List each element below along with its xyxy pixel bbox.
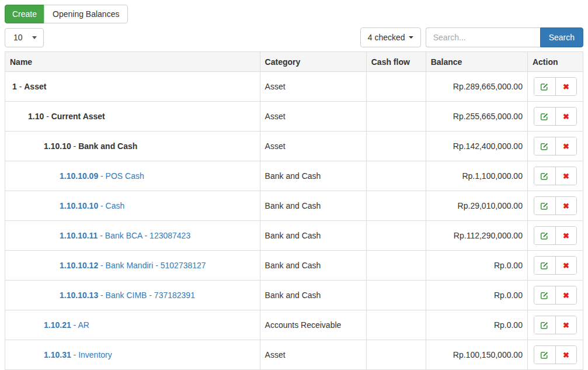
balance-cell: Rp.112,290,000.00 xyxy=(426,221,527,251)
category-cell: Bank and Cash xyxy=(260,161,366,191)
edit-button[interactable] xyxy=(534,227,555,244)
delete-button[interactable]: ✖ xyxy=(555,227,576,244)
balance-cell: Rp.0.00 xyxy=(426,310,527,340)
cash-flow-cell xyxy=(366,251,426,281)
account-code: 1.10.10.10 xyxy=(60,201,98,210)
balance-cell: Rp.1,100,000.00 xyxy=(426,161,527,191)
columns-checked-dropdown[interactable]: 4 checked xyxy=(360,27,421,47)
pencil-square-icon xyxy=(540,231,549,240)
pencil-square-icon xyxy=(540,321,549,330)
search-input[interactable] xyxy=(426,27,540,47)
x-icon: ✖ xyxy=(563,321,569,329)
category-cell: Bank and Cash xyxy=(260,221,366,251)
edit-button[interactable] xyxy=(534,257,555,274)
x-icon: ✖ xyxy=(563,172,569,180)
action-button-group: ✖ xyxy=(534,226,577,245)
accounts-table: Name Category Cash flow Balance Action 1… xyxy=(5,51,583,370)
table-row: 1.10.10 - Bank and CashAssetRp.142,400,0… xyxy=(5,132,583,161)
table-row: 1.10.10.11 - Bank BCA - 123087423Bank an… xyxy=(5,221,583,251)
action-cell: ✖ xyxy=(527,191,583,221)
account-link[interactable]: 1.10.10.10 - Cash xyxy=(60,201,124,210)
account-link[interactable]: 1.10.31 - Inventory xyxy=(44,350,112,359)
pencil-square-icon xyxy=(540,261,549,270)
page-size-select[interactable]: 10 xyxy=(5,28,44,47)
x-icon: ✖ xyxy=(563,143,569,150)
category-cell: Asset xyxy=(260,132,366,161)
edit-button[interactable] xyxy=(534,137,555,155)
account-name: Bank and Cash xyxy=(78,141,137,151)
delete-button[interactable]: ✖ xyxy=(555,257,576,274)
search-controls: 4 checked Search xyxy=(360,27,583,47)
edit-button[interactable] xyxy=(534,197,555,215)
table-row: 1.10.10.10 - CashBank and CashRp.29,010,… xyxy=(5,191,583,221)
action-cell: ✖ xyxy=(527,221,583,251)
account-name-cell: 1.10.10.11 - Bank BCA - 123087423 xyxy=(5,221,260,251)
account-link[interactable]: 1.10.10.09 - POS Cash xyxy=(60,171,144,181)
delete-button[interactable]: ✖ xyxy=(555,316,576,334)
create-button[interactable]: Create xyxy=(5,5,44,23)
action-button-group: ✖ xyxy=(534,316,577,334)
cash-flow-cell xyxy=(366,310,426,340)
account-code: 1.10.10.11 xyxy=(60,231,98,240)
account-code: 1.10.10.09 xyxy=(60,171,98,181)
account-name-cell: 1.10.10.09 - POS Cash xyxy=(5,161,260,191)
account-link[interactable]: 1.10.10.13 - Bank CIMB - 737182391 xyxy=(60,291,195,300)
account-name: Asset xyxy=(24,82,46,91)
pencil-square-icon xyxy=(540,202,549,210)
action-button-group: ✖ xyxy=(534,286,577,305)
action-cell: ✖ xyxy=(527,310,583,340)
account-link[interactable]: 1.10.21 - AR xyxy=(44,320,89,330)
cash-flow-cell xyxy=(366,102,426,132)
edit-button[interactable] xyxy=(534,78,555,95)
table-header-row: Name Category Cash flow Balance Action xyxy=(5,52,583,72)
balance-cell: Rp.100,150,000.00 xyxy=(426,340,527,370)
delete-button[interactable]: ✖ xyxy=(555,346,576,364)
x-icon: ✖ xyxy=(563,232,569,240)
category-cell: Asset xyxy=(260,102,366,132)
edit-button[interactable] xyxy=(534,346,555,364)
pencil-square-icon xyxy=(540,291,549,300)
edit-button[interactable] xyxy=(534,108,555,125)
edit-button[interactable] xyxy=(534,167,555,185)
category-cell: Accounts Receivable xyxy=(260,310,366,340)
delete-button[interactable]: ✖ xyxy=(555,167,576,185)
x-icon: ✖ xyxy=(563,83,569,91)
action-cell: ✖ xyxy=(527,251,583,281)
table-row: 1.10.10.13 - Bank CIMB - 737182391Bank a… xyxy=(5,281,583,310)
delete-button[interactable]: ✖ xyxy=(555,286,576,304)
account-name-cell: 1 - Asset xyxy=(5,72,260,102)
column-header-name: Name xyxy=(5,52,260,72)
account-name-cell: 1.10.10.12 - Bank Mandiri - 5102738127 xyxy=(5,251,260,281)
account-code: 1.10.21 xyxy=(44,320,71,330)
delete-button[interactable]: ✖ xyxy=(555,108,576,125)
delete-button[interactable]: ✖ xyxy=(555,137,576,155)
edit-button[interactable] xyxy=(534,286,555,304)
column-header-balance: Balance xyxy=(426,52,527,72)
accounts-table-body: 1 - AssetAssetRp.289,665,000.00✖1.10 - C… xyxy=(5,72,583,370)
delete-button[interactable]: ✖ xyxy=(555,197,576,215)
opening-balances-button[interactable]: Opening Balances xyxy=(44,5,128,23)
category-cell: Bank and Cash xyxy=(260,281,366,310)
page: Create Opening Balances 10 4 checked Sea… xyxy=(0,0,588,370)
edit-button[interactable] xyxy=(534,316,555,334)
table-row: 1.10.31 - InventoryAssetRp.100,150,000.0… xyxy=(5,340,583,370)
search-button[interactable]: Search xyxy=(540,27,583,47)
column-header-cash-flow: Cash flow xyxy=(366,52,426,72)
delete-button[interactable]: ✖ xyxy=(555,78,576,95)
cash-flow-cell xyxy=(366,221,426,251)
balance-cell: Rp.142,400,000.00 xyxy=(426,132,527,161)
pencil-square-icon xyxy=(540,142,549,151)
action-cell: ✖ xyxy=(527,102,583,132)
cash-flow-cell xyxy=(366,340,426,370)
table-toolbar: 10 4 checked Search xyxy=(5,27,583,47)
account-code: 1.10 xyxy=(28,112,44,121)
account-link[interactable]: 1.10.10.11 - Bank BCA - 123087423 xyxy=(60,231,190,240)
balance-cell: Rp.255,665,000.00 xyxy=(426,102,527,132)
x-icon: ✖ xyxy=(563,292,569,299)
columns-checked-label: 4 checked xyxy=(368,32,405,43)
balance-cell: Rp.0.00 xyxy=(426,251,527,281)
category-cell: Bank and Cash xyxy=(260,191,366,221)
balance-cell: Rp.289,665,000.00 xyxy=(426,72,527,102)
search-input-group: Search xyxy=(426,27,583,47)
account-link[interactable]: 1.10.10.12 - Bank Mandiri - 5102738127 xyxy=(60,261,206,270)
